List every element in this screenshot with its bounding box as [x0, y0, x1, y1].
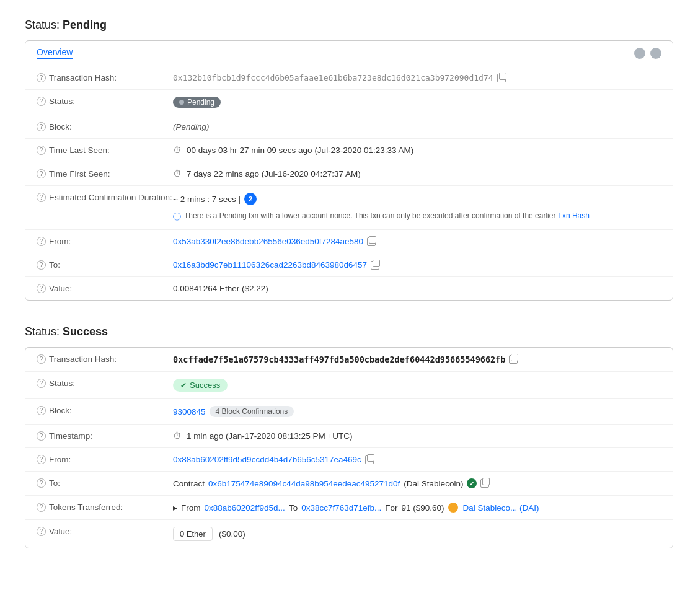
clock-icon: ⏱ [173, 146, 182, 155]
success-tokens-label: ? Tokens Transferred: [37, 503, 173, 512]
copy-tx-hash-button[interactable] [497, 74, 506, 82]
pending-to-label: ? To: [37, 260, 173, 270]
ether-box: 0 Ether [173, 527, 213, 541]
pending-badge: Pending [173, 97, 221, 108]
pending-value-label: ? Value: [37, 284, 173, 293]
success-to-contract-address[interactable]: 0x6b175474e89094c44da98b954eedeac495271d… [208, 479, 400, 488]
pending-block-value: (Pending) [173, 122, 661, 131]
copy-from-button[interactable] [367, 237, 376, 246]
pending-tx-hash-label: ? Transaction Hash: [37, 73, 173, 82]
pending-est-confirm-label: ? Estimated Confirmation Duration: [37, 193, 173, 202]
success-block-value: 9300845 4 Block Confirmations [173, 406, 661, 417]
success-timestamp-row: ? Timestamp: ⏱ 1 min ago (Jan-17-2020 08… [25, 425, 673, 448]
dai-token-badge: Dai Stableco... (DAI) [448, 503, 539, 513]
pending-to-row: ? To: 0x16a3bd9c7eb11106326cad2263bd8463… [25, 253, 673, 277]
success-card: ? Transaction Hash: 0xcffade7f5e1a67579c… [25, 347, 673, 548]
success-block-label: ? Block: [37, 406, 173, 415]
copy-to-button[interactable] [371, 261, 379, 270]
copy-success-tx-hash-button[interactable] [509, 355, 518, 364]
help-icon: ? [37, 193, 46, 202]
help-icon: ? [37, 455, 46, 464]
pending-time-first-seen-label: ? Time First Seen: [37, 169, 173, 178]
success-block-number[interactable]: 9300845 [173, 407, 206, 416]
pending-block-label: ? Block: [37, 122, 173, 131]
pending-status-value: Pending [173, 97, 661, 108]
pending-status-row: ? Status: Pending [25, 90, 673, 115]
pending-time-last-seen-row: ? Time Last Seen: ⏱ 00 days 03 hr 27 min… [25, 139, 673, 162]
help-icon: ? [37, 146, 46, 155]
help-icon: ? [37, 284, 46, 293]
block-confirmations-badge: 4 Block Confirmations [210, 406, 294, 417]
tokens-from-address[interactable]: 0x88ab60202ff9d5d... [205, 503, 285, 513]
success-to-value: Contract 0x6b175474e89094c44da98b954eede… [173, 478, 661, 488]
pending-from-row: ? From: 0x53ab330f2ee86debb26556e036ed50… [25, 230, 673, 253]
pending-value-value: 0.00841264 Ether ($2.22) [173, 284, 661, 293]
help-icon: ? [37, 73, 46, 82]
success-to-row: ? To: Contract 0x6b175474e89094c44da98b9… [25, 472, 673, 496]
success-from-row: ? From: 0x88ab60202ff9d5d9ccdd4b4d7b656c… [25, 448, 673, 472]
txn-hash-link[interactable]: Txn Hash [558, 211, 590, 220]
header-icon-1 [634, 48, 645, 59]
header-icons [634, 48, 661, 59]
success-value-value: 0 Ether ($0.00) [173, 527, 661, 541]
help-icon: ? [37, 379, 46, 388]
success-timestamp-value: ⏱ 1 min ago (Jan-17-2020 08:13:25 PM +UT… [173, 431, 661, 441]
contract-verified-icon: ✔ [467, 478, 477, 488]
pending-from-value: 0x53ab330f2ee86debb26556e036ed50f7284ae5… [173, 237, 661, 246]
pending-time-first-seen-row: ? Time First Seen: ⏱ 7 days 22 mins ago … [25, 162, 673, 186]
success-block-row: ? Block: 9300845 4 Block Confirmations [25, 399, 673, 425]
help-icon: ? [37, 527, 46, 536]
help-icon: ? [37, 431, 46, 441]
pending-time-last-seen-label: ? Time Last Seen: [37, 146, 173, 155]
pending-to-address[interactable]: 0x16a3bd9c7eb11106326cad2263bd8463980d64… [173, 260, 367, 270]
success-value-row: ? Value: 0 Ether ($0.00) [25, 520, 673, 548]
clock-icon: ⏱ [173, 169, 182, 178]
pending-time-last-seen-value: ⏱ 00 days 03 hr 27 min 09 secs ago (Jul-… [173, 146, 661, 155]
success-tx-hash-value: 0xcffade7f5e1a67579cb4333aff497fd5a500cb… [173, 354, 661, 364]
dai-token-link[interactable]: Dai Stableco... (DAI) [463, 503, 539, 513]
success-from-label: ? From: [37, 455, 173, 464]
pending-to-value: 0x16a3bd9c7eb11106326cad2263bd8463980d64… [173, 260, 661, 270]
help-icon: ? [37, 122, 46, 131]
pending-tx-hash-row: ? Transaction Hash: 0x132b10fbcb1d9fccc4… [25, 66, 673, 90]
success-status-row: ? Status: Success [25, 372, 673, 399]
pending-est-confirm-row: ? Estimated Confirmation Duration: ~ 2 m… [25, 186, 673, 230]
help-icon: ? [37, 354, 46, 364]
pending-from-address[interactable]: 0x53ab330f2ee86debb26556e036ed50f7284ae5… [173, 237, 363, 246]
overview-tab[interactable]: Overview [37, 47, 73, 59]
success-status-label: ? Status: [37, 379, 173, 388]
success-tx-hash-label: ? Transaction Hash: [37, 354, 173, 364]
confirmation-badge: 2 [244, 193, 257, 205]
success-section-title: Status: Success [25, 325, 673, 338]
pending-card-header: Overview [25, 41, 673, 66]
copy-success-from-button[interactable] [365, 455, 374, 464]
help-icon: ? [37, 478, 46, 488]
success-status-value: Success [173, 379, 661, 392]
pending-time-first-seen-value: ⏱ 7 days 22 mins ago (Jul-16-2020 04:27:… [173, 169, 661, 178]
help-icon: ? [37, 260, 46, 270]
dai-icon [448, 503, 458, 513]
success-from-value: 0x88ab60202ff9d5d9ccdd4b4d7b656c5317ea46… [173, 455, 661, 464]
tokens-to-address[interactable]: 0x38cc7f763d71efb... [301, 503, 381, 513]
info-note: ⓘ There is a Pending txn with a lower ac… [173, 211, 661, 222]
success-from-address[interactable]: 0x88ab60202ff9d5d9ccdd4b4d7b656c5317ea46… [173, 455, 361, 464]
success-value-label: ? Value: [37, 527, 173, 536]
copy-success-to-button[interactable] [480, 479, 489, 488]
pending-from-label: ? From: [37, 237, 173, 246]
success-tokens-value: ▸ From 0x88ab60202ff9d5d... To 0x38cc7f7… [173, 503, 661, 513]
header-icon-2 [650, 48, 661, 59]
pending-tx-hash-value: 0x132b10fbcb1d9fccc4d6b05afaae1e61b6ba72… [173, 73, 661, 82]
pending-section-title: Status: Pending [25, 19, 673, 32]
pending-est-confirm-value: ~ 2 mins : 7 secs | 2 ⓘ There is a Pendi… [173, 193, 661, 222]
success-tokens-row: ? Tokens Transferred: ▸ From 0x88ab60202… [25, 496, 673, 520]
help-icon: ? [37, 97, 46, 106]
success-to-label: ? To: [37, 478, 173, 488]
info-icon: ⓘ [173, 211, 181, 222]
help-icon: ? [37, 503, 46, 512]
help-icon: ? [37, 406, 46, 415]
success-tx-hash-row: ? Transaction Hash: 0xcffade7f5e1a67579c… [25, 348, 673, 372]
pending-card: Overview ? Transaction Hash: 0x132b10fbc… [25, 40, 673, 301]
success-timestamp-label: ? Timestamp: [37, 431, 173, 441]
help-icon: ? [37, 169, 46, 178]
pending-block-row: ? Block: (Pending) [25, 115, 673, 139]
